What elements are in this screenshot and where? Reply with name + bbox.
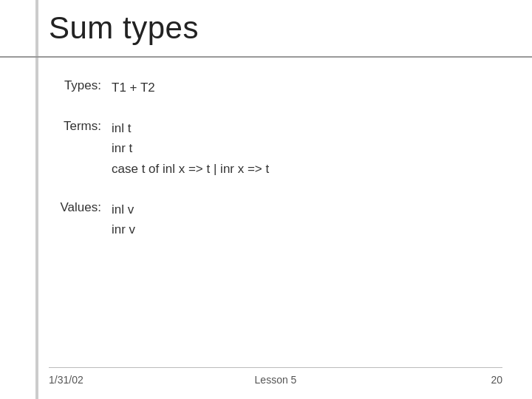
terms-line-3: case t of inl x => t | inr x => t [112, 159, 269, 179]
terms-row: Terms: inl t inr t case t of inl x => t … [49, 118, 502, 179]
slide-footer: 1/31/02 Lesson 5 20 [49, 367, 502, 386]
slide-title: Sum types [49, 10, 488, 46]
types-value: T1 + T2 [112, 78, 155, 98]
types-label: Types: [49, 78, 112, 93]
terms-value-block: inl t inr t case t of inl x => t | inr x… [112, 118, 269, 179]
left-border-decoration [35, 0, 38, 399]
types-row: Types: T1 + T2 [49, 78, 502, 98]
values-line-2: inr v [112, 219, 135, 239]
footer-page-number: 20 [491, 374, 502, 386]
footer-date: 1/31/02 [49, 374, 83, 386]
terms-label: Terms: [49, 118, 112, 134]
terms-line-1: inl t [112, 118, 269, 138]
content-section: Types: T1 + T2 Terms: inl t inr t case t… [49, 78, 502, 260]
values-label: Values: [49, 200, 112, 215]
values-line-1: inl v [112, 200, 135, 219]
types-value-text: T1 + T2 [112, 78, 155, 98]
footer-lesson: Lesson 5 [255, 374, 297, 386]
slide-header: Sum types [0, 0, 532, 58]
values-row: Values: inl v inr v [49, 200, 502, 239]
values-value-block: inl v inr v [112, 200, 135, 239]
slide: Sum types Types: T1 + T2 Terms: inl t in… [0, 0, 532, 399]
terms-line-2: inr t [112, 138, 269, 158]
